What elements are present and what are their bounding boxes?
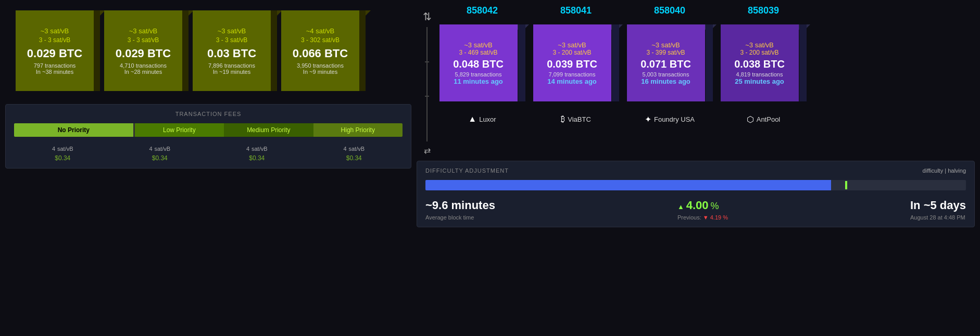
fee-col-0: 4 sat/vB $0.34 <box>52 144 73 162</box>
block-side-1 <box>181 10 189 91</box>
mined-cube-0: ~3 sat/vB 3 - 469 sat/vB 0.048 BTC 5,829… <box>439 19 525 110</box>
block-side-0 <box>93 10 100 91</box>
miner-info-3: ⬡ AntPool <box>747 114 781 124</box>
prev-pct-value: 4.19 % <box>710 214 728 221</box>
mined-txs-1: 7,099 transactions <box>549 71 596 77</box>
days-value: In ~5 days <box>910 199 966 212</box>
halving-link[interactable]: halving <box>948 167 966 174</box>
miner-info-1: ₿ ViaBTC <box>561 114 591 124</box>
miner-icon-3: ⬡ <box>747 114 754 124</box>
mempool-block-2[interactable]: ~3 sat/vB 3 - 3 sat/vB 0.03 BTC 7,896 tr… <box>193 5 277 99</box>
fee-sat-2: 4 sat/vB <box>246 144 268 152</box>
block-number-1[interactable]: 858041 <box>560 5 592 16</box>
pct-unit: % <box>711 201 719 212</box>
block-side-3 <box>358 10 366 91</box>
mined-txs-0: 5,829 transactions <box>455 71 502 77</box>
miner-name-2: Foundry USA <box>654 115 695 123</box>
fee-sat-1: 4 sat/vB <box>149 144 170 152</box>
pct-arrow-up: ▲ <box>677 203 684 211</box>
block-sat-rate-0: ~3 sat/vB <box>41 27 69 36</box>
pct-value: 4.00 <box>686 199 709 212</box>
block-front-1: ~3 sat/vB 3 - 3 sat/vB 0.029 BTC 4,710 t… <box>104 10 182 91</box>
mined-ago-0: 11 minutes ago <box>454 77 503 85</box>
block-sat-rate-3: ~4 sat/vB <box>306 27 335 36</box>
mined-btc-0: 0.048 BTC <box>453 58 504 70</box>
mined-side-3 <box>799 24 807 101</box>
mined-btc-1: 0.039 BTC <box>547 58 597 70</box>
sort-icon[interactable]: ⇅ <box>423 10 432 23</box>
mined-ago-2: 16 minutes ago <box>641 77 690 85</box>
mempool-blocks-row: ~3 sat/vB 3 - 3 sat/vB 0.029 BTC 797 tra… <box>5 5 411 99</box>
fee-bar-low: Low Priority <box>135 123 224 137</box>
mined-sat-2: ~3 sat/vB <box>651 41 680 49</box>
mined-cube-2: ~3 sat/vB 3 - 399 sat/vB 0.071 BTC 5,003… <box>627 19 713 110</box>
mined-cube-1: ~3 sat/vB 3 - 200 sat/vB 0.039 BTC 7,099… <box>533 19 619 110</box>
fee-sat-3: 4 sat/vB <box>343 144 365 152</box>
mined-front-2: ~3 sat/vB 3 - 399 sat/vB 0.071 BTC 5,003… <box>627 24 705 101</box>
block-sat-rate-1: ~3 sat/vB <box>129 27 158 36</box>
diff-stats: ~9.6 minutes Average block time ▲ 4.00 %… <box>425 199 966 221</box>
mined-side-2 <box>706 24 713 101</box>
diff-stat-days: In ~5 days August 28 at 4:48 PM <box>910 199 966 221</box>
diff-title: DIFFICULTY ADJUSTMENT <box>425 167 509 174</box>
mempool-block-1[interactable]: ~3 sat/vB 3 - 3 sat/vB 0.029 BTC 4,710 t… <box>104 5 189 99</box>
block-front-2: ~3 sat/vB 3 - 3 sat/vB 0.03 BTC 7,896 tr… <box>193 10 271 91</box>
fee-col-3: 4 sat/vB $0.34 <box>343 144 365 162</box>
blockchain-area: ⇅ ⇄ 858042 ~3 sat/vB 3 - 469 sat/vB 0.04… <box>417 5 975 156</box>
miner-icon-1: ₿ <box>561 114 565 124</box>
fee-columns: 4 sat/vB $0.34 4 sat/vB $0.34 4 sat/vB $… <box>14 144 403 162</box>
mempool-block-3[interactable]: ~4 sat/vB 3 - 302 sat/vB 0.066 BTC 3,950… <box>281 5 366 99</box>
miner-icon-0: ▲ <box>468 114 476 124</box>
mined-sat-3: ~3 sat/vB <box>745 41 774 49</box>
main-container: ~3 sat/vB 3 - 3 sat/vB 0.029 BTC 797 tra… <box>0 0 980 336</box>
fee-sat-0: 4 sat/vB <box>52 144 73 152</box>
block-time-0: In ~38 minutes <box>36 69 73 75</box>
miner-info-2: ✦ Foundry USA <box>645 114 695 124</box>
mined-range-1: 3 - 200 sat/vB <box>552 49 591 56</box>
prev-pct-arrow: ▼ <box>703 214 709 221</box>
mined-front-1: ~3 sat/vB 3 - 200 sat/vB 0.039 BTC 7,099… <box>533 24 611 101</box>
mined-block-2[interactable]: 858040 ~3 sat/vB 3 - 399 sat/vB 0.071 BT… <box>625 5 714 124</box>
block-txs-1: 4,710 transactions <box>120 62 167 69</box>
mined-side-0 <box>518 24 525 101</box>
block-sat-range-1: 3 - 3 sat/vB <box>128 36 159 44</box>
fees-panel: TRANSACTION FEES No Priority Low Priorit… <box>5 104 411 169</box>
fee-col-2: 4 sat/vB $0.34 <box>246 144 268 162</box>
avg-blocktime-value: ~9.6 minutes <box>425 199 495 212</box>
mined-btc-2: 0.071 BTC <box>640 58 691 70</box>
block-time-3: In ~9 minutes <box>303 69 337 75</box>
block-number-3[interactable]: 858039 <box>748 5 779 16</box>
fee-usd-2: $0.34 <box>249 154 265 162</box>
difficulty-link[interactable]: difficulty <box>923 167 944 174</box>
diff-progress-bar <box>425 180 966 190</box>
mined-txs-3: 4,819 transactions <box>736 71 783 77</box>
difficulty-panel: DIFFICULTY ADJUSTMENT difficulty | halvi… <box>417 161 975 227</box>
fee-bar-container: No Priority Low Priority Medium Priority… <box>14 123 403 137</box>
mined-block-1[interactable]: 858041 ~3 sat/vB 3 - 200 sat/vB 0.039 BT… <box>531 5 621 124</box>
avg-blocktime-label: Average block time <box>425 214 495 221</box>
mined-block-0[interactable]: 858042 ~3 sat/vB 3 - 469 sat/vB 0.048 BT… <box>437 5 527 124</box>
block-number-2[interactable]: 858040 <box>654 5 685 16</box>
fee-bar-high: High Priority <box>313 123 403 137</box>
mined-range-2: 3 - 399 sat/vB <box>646 49 685 56</box>
fee-col-1: 4 sat/vB $0.34 <box>149 144 170 162</box>
mined-sat-1: ~3 sat/vB <box>558 41 586 49</box>
mined-btc-3: 0.038 BTC <box>734 58 785 70</box>
block-btc-2: 0.03 BTC <box>207 47 256 60</box>
mined-front-3: ~3 sat/vB 3 - 200 sat/vB 0.038 BTC 4,819… <box>721 24 799 101</box>
block-number-0[interactable]: 858042 <box>467 5 498 16</box>
mined-sat-0: ~3 sat/vB <box>464 41 493 49</box>
block-sat-range-3: 3 - 302 sat/vB <box>301 36 340 44</box>
block-btc-1: 0.029 BTC <box>116 47 171 60</box>
fee-usd-0: $0.34 <box>55 154 70 162</box>
diff-stat-blocktime: ~9.6 minutes Average block time <box>425 199 495 221</box>
mempool-block-0[interactable]: ~3 sat/vB 3 - 3 sat/vB 0.029 BTC 797 tra… <box>16 5 100 99</box>
block-time-2: In ~19 minutes <box>213 69 250 75</box>
mined-ago-1: 14 minutes ago <box>547 77 597 85</box>
mined-block-3[interactable]: 858039 ~3 sat/vB 3 - 200 sat/vB 0.038 BT… <box>719 5 808 124</box>
diff-header: DIFFICULTY ADJUSTMENT difficulty | halvi… <box>425 167 966 174</box>
days-label: August 28 at 4:48 PM <box>910 214 966 221</box>
block-front-3: ~4 sat/vB 3 - 302 sat/vB 0.066 BTC 3,950… <box>281 10 359 91</box>
swap-icon[interactable]: ⇄ <box>424 146 431 156</box>
mined-ago-3: 25 minutes ago <box>735 77 784 85</box>
